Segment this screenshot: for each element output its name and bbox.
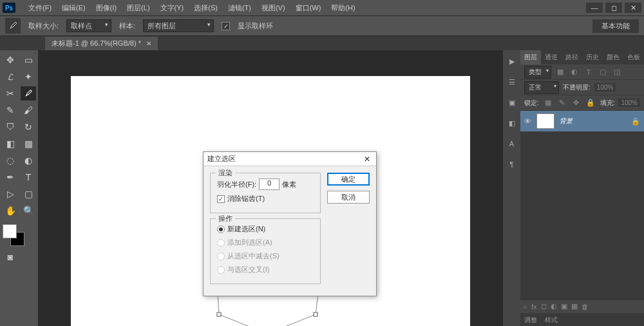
minimize-button[interactable]: — [586,3,603,13]
quick-mask-toggle[interactable]: ◙ [3,250,18,264]
menu-window[interactable]: 窗口(W) [290,1,327,15]
eyedropper-tool[interactable] [21,86,36,101]
dialog-titlebar[interactable]: 建立选区 ✕ [204,152,376,166]
dialog-title-text: 建立选区 [207,154,236,164]
rectangle-tool[interactable]: ▢ [21,187,36,201]
show-sampling-ring-label: 显示取样环 [238,21,273,31]
menu-image[interactable]: 图像(I) [91,1,122,15]
zoom-tool[interactable]: 🔍 [21,204,36,218]
color-swatches [3,224,26,247]
adjustment-layer-icon[interactable]: ◐ [551,302,557,311]
op-new-row: 新建选区(N) [217,224,315,234]
menu-filter[interactable]: 滤镜(T) [223,1,256,15]
filter-adjustment-icon[interactable]: ◐ [569,67,580,77]
filter-smart-icon[interactable]: ◫ [612,67,622,77]
layer-style-icon[interactable]: fx [531,303,537,311]
eraser-tool[interactable]: ◧ [3,137,18,151]
menu-layer[interactable]: 图层(L) [122,1,155,15]
dodge-tool[interactable]: ◐ [21,153,36,168]
menu-select[interactable]: 选择(S) [189,1,223,15]
opacity-value[interactable]: 100% [594,83,616,91]
layer-row[interactable]: 👁 背景 🔒 [520,111,644,131]
marquee-tool[interactable]: ▭ [21,53,36,67]
menu-file[interactable]: 文件(F) [23,1,57,15]
menu-edit[interactable]: 编辑(E) [57,1,91,15]
menu-type[interactable]: 文字(Y) [155,1,189,15]
sample-layers-select[interactable]: 所有图层 [143,19,214,32]
dialog-close-button[interactable]: ✕ [362,155,372,164]
visibility-icon[interactable]: 👁 [524,117,531,125]
panels-area: 图层 通道 路径 历史 颜色 色板 类型 ▩ ◐ T ▢ ◫ 正常 不透明度: … [520,50,644,326]
dialog-buttons: 确定 取消 [327,173,370,289]
antialias-checkbox[interactable] [217,195,225,203]
link-layers-icon[interactable]: ⟐ [523,303,527,311]
gradient-tool[interactable]: ▦ [21,137,36,151]
bottom-panel-tabs: 调整 样式 [520,313,644,326]
close-tab-icon[interactable]: ✕ [146,40,151,47]
tab-styles[interactable]: 样式 [541,313,562,326]
type-tool[interactable]: T [21,170,36,184]
new-layer-icon[interactable]: ▦ [571,302,578,311]
blend-mode-select[interactable]: 正常 [524,81,559,94]
tab-adjustments[interactable]: 调整 [520,313,541,326]
path-selection-tool[interactable]: ▷ [3,187,18,201]
tab-channels[interactable]: 通道 [541,50,562,64]
svg-rect-5 [217,312,221,316]
cancel-button[interactable]: 取消 [327,191,370,204]
filter-kind-select[interactable]: 类型 [524,66,551,79]
history-panel-icon[interactable]: ☰ [506,76,518,88]
filter-pixel-icon[interactable]: ▩ [555,67,565,77]
feather-input[interactable]: 0 [259,178,279,190]
tab-color[interactable]: 颜色 [603,50,623,64]
fill-value[interactable]: 100% [618,99,640,107]
clone-stamp-tool[interactable]: ⛉ [3,120,18,134]
tab-history[interactable]: 历史 [582,50,603,64]
tab-swatches[interactable]: 色板 [623,50,644,64]
crop-tool[interactable]: ✂ [3,86,18,101]
actions-panel-icon[interactable]: ▣ [506,97,518,108]
op-add-row: 添加到选区(A) [217,238,315,247]
history-brush-tool[interactable]: ↻ [21,120,36,134]
properties-panel-icon[interactable]: ◧ [506,117,518,129]
ok-button[interactable]: 确定 [327,173,370,186]
menu-help[interactable]: 帮助(H) [326,1,360,15]
tab-layers[interactable]: 图层 [520,50,541,64]
filter-shape-icon[interactable]: ▢ [598,67,608,77]
layer-thumbnail[interactable] [536,113,554,129]
paragraph-panel-icon[interactable]: ¶ [506,158,518,170]
layer-name[interactable]: 背景 [560,117,573,126]
close-button[interactable]: ✕ [625,3,641,13]
play-icon[interactable]: ▶ [506,55,518,67]
lock-all-icon[interactable]: 🔒 [585,98,596,108]
layer-filter-row: 类型 ▩ ◐ T ▢ ◫ [520,64,644,80]
tab-paths[interactable]: 路径 [562,50,582,64]
pen-tool[interactable]: ✒ [3,170,18,184]
blur-tool[interactable]: ◌ [3,153,18,168]
document-tab[interactable]: 未标题-1 @ 66.7%(RGB/8) * ✕ [45,37,158,50]
lock-label: 锁定: [524,99,539,108]
maximize-button[interactable]: ◻ [605,3,622,13]
collapsed-dock: ▶ ☰ ▣ ◧ A ¶ [502,50,520,326]
hand-tool[interactable]: ✋ [3,204,18,218]
svg-rect-3 [314,312,317,316]
lock-position-icon[interactable]: ✥ [571,98,582,108]
workspace-switcher[interactable]: 基本功能 [592,19,639,33]
op-new-radio[interactable] [217,225,225,233]
move-tool[interactable]: ✥ [3,53,18,67]
healing-brush-tool[interactable]: ✎ [3,103,18,117]
lock-transparent-icon[interactable]: ▦ [543,98,553,108]
filter-type-icon[interactable]: T [583,67,594,77]
brush-tool[interactable]: 🖌 [21,103,36,117]
lock-pixels-icon[interactable]: ✎ [557,98,567,108]
layer-mask-icon[interactable]: ◻ [541,302,547,311]
menu-view[interactable]: 视图(V) [256,1,290,15]
character-panel-icon[interactable]: A [506,138,518,149]
magic-wand-tool[interactable]: ✦ [21,70,36,84]
lasso-tool[interactable]: 𝓛 [3,70,18,84]
delete-layer-icon[interactable]: 🗑 [582,303,589,311]
group-icon[interactable]: ▣ [561,302,567,311]
show-sampling-ring-checkbox[interactable] [222,22,230,30]
foreground-color[interactable] [3,224,17,238]
eyedropper-preset-icon[interactable] [5,18,21,34]
sample-size-select[interactable]: 取样点 [66,19,111,32]
